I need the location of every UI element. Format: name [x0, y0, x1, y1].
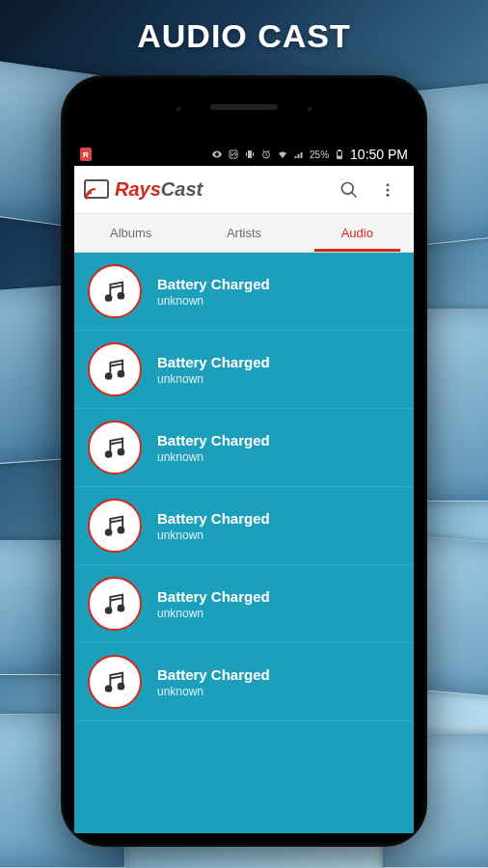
- audio-subtitle: unknown: [157, 372, 270, 386]
- tab-label: Albums: [110, 226, 151, 240]
- list-item[interactable]: Battery Chargedunknown: [74, 409, 414, 487]
- music-note-icon: [88, 655, 142, 709]
- hero-title: AUDIO CAST: [0, 17, 488, 55]
- svg-point-23: [119, 684, 124, 690]
- list-item[interactable]: Battery Chargedunknown: [74, 487, 414, 565]
- svg-point-19: [119, 528, 124, 533]
- list-item[interactable]: Battery Chargedunknown: [74, 565, 414, 643]
- signal-icon: [293, 149, 305, 160]
- svg-point-18: [106, 529, 112, 535]
- svg-rect-5: [338, 156, 341, 158]
- svg-point-9: [387, 183, 390, 186]
- status-time: 10:50 PM: [350, 147, 408, 162]
- sim-icon: R: [80, 148, 92, 161]
- music-note-icon: [88, 420, 142, 475]
- audio-title: Battery Charged: [157, 432, 270, 448]
- audio-subtitle: unknown: [157, 450, 270, 464]
- audio-subtitle: unknown: [157, 529, 270, 542]
- audio-list[interactable]: Battery ChargedunknownBattery Chargedunk…: [74, 253, 414, 721]
- audio-title: Battery Charged: [157, 354, 270, 370]
- svg-point-22: [106, 686, 112, 692]
- audio-title: Battery Charged: [157, 276, 270, 292]
- audio-title: Battery Charged: [157, 666, 270, 683]
- vibrate-icon: [244, 149, 256, 160]
- svg-point-10: [387, 188, 390, 191]
- tab-audio[interactable]: Audio: [301, 214, 414, 252]
- eye-icon: [211, 149, 223, 160]
- tab-label: Audio: [341, 226, 373, 240]
- audio-subtitle: unknown: [157, 294, 270, 308]
- svg-rect-1: [248, 150, 252, 158]
- audio-title: Battery Charged: [157, 588, 270, 605]
- battery-percent: 25%: [310, 149, 329, 160]
- tab-artists[interactable]: Artists: [187, 214, 300, 252]
- phone-screen: R: [74, 143, 414, 833]
- svg-point-21: [119, 606, 124, 611]
- audio-subtitle: unknown: [157, 685, 270, 698]
- cast-icon: [84, 179, 109, 201]
- svg-rect-4: [339, 150, 340, 151]
- list-item[interactable]: Battery Chargedunknown: [74, 253, 414, 331]
- nfc-icon: [228, 149, 239, 160]
- audio-title: Battery Charged: [157, 510, 270, 527]
- music-note-icon: [88, 342, 142, 396]
- search-button[interactable]: [333, 174, 366, 206]
- wifi-icon: [277, 149, 288, 160]
- phone-sensor-left: [176, 107, 180, 111]
- svg-point-15: [119, 371, 124, 377]
- svg-point-20: [106, 608, 112, 613]
- overflow-menu-button[interactable]: [371, 174, 404, 206]
- svg-point-7: [86, 196, 89, 199]
- phone-speaker: [210, 104, 278, 110]
- svg-point-12: [106, 295, 112, 301]
- android-status-bar: R: [74, 143, 414, 166]
- svg-point-16: [106, 451, 112, 457]
- list-item[interactable]: Battery Chargedunknown: [74, 643, 414, 721]
- svg-point-8: [342, 182, 354, 194]
- phone-sensor-right: [308, 107, 312, 111]
- music-note-icon: [88, 264, 142, 318]
- alarm-icon: [260, 149, 272, 160]
- music-note-icon: [88, 499, 142, 553]
- svg-point-13: [119, 293, 124, 299]
- list-item[interactable]: Battery Chargedunknown: [74, 331, 414, 409]
- tab-bar: Albums Artists Audio: [74, 214, 414, 253]
- svg-point-17: [119, 449, 124, 455]
- audio-subtitle: unknown: [157, 607, 270, 620]
- battery-icon: [334, 149, 345, 160]
- svg-point-11: [387, 193, 390, 196]
- phone-frame: R: [61, 75, 427, 847]
- music-note-icon: [88, 577, 142, 631]
- tab-albums[interactable]: Albums: [74, 214, 187, 252]
- svg-point-14: [106, 373, 112, 379]
- app-title-bar: RaysCast: [74, 166, 414, 214]
- app-name: RaysCast: [115, 178, 203, 201]
- tab-label: Artists: [227, 226, 261, 240]
